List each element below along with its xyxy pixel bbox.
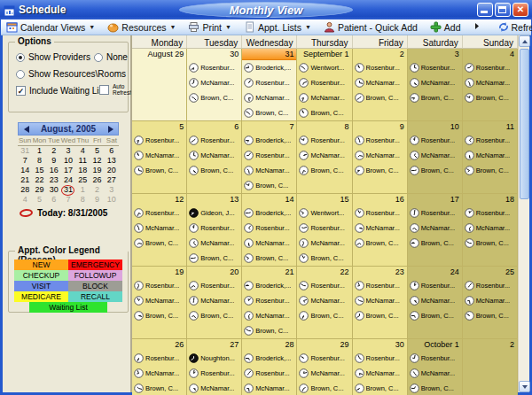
appointment-item[interactable]: McNamar...: [187, 236, 241, 251]
appointment-item[interactable]: McNamar...: [353, 221, 407, 236]
appointment-item[interactable]: Rosenbur...: [132, 351, 186, 366]
appointment-item[interactable]: Rosenbur...: [242, 293, 296, 308]
appointment-item[interactable]: Brown, C...: [187, 308, 241, 323]
appointment-item[interactable]: Broderick,...: [242, 278, 296, 293]
scroll-up-button[interactable]: [519, 35, 530, 47]
mini-day[interactable]: 1: [75, 185, 90, 195]
mini-day[interactable]: 5: [90, 146, 104, 156]
mini-day[interactable]: 9: [90, 195, 104, 205]
appointment-item[interactable]: Brown, C...: [132, 236, 186, 251]
appointment-item[interactable]: Rosenbur...: [132, 278, 186, 293]
appointment-item[interactable]: McNamar...: [242, 381, 296, 395]
mini-day[interactable]: 20: [105, 166, 119, 175]
appointment-item[interactable]: McNamar...: [297, 293, 351, 308]
radio-none[interactable]: None: [94, 52, 128, 62]
checkbox-include-waiting-list[interactable]: ✓ Include Waiting List: [16, 86, 106, 96]
appointment-item[interactable]: McNamar...: [353, 293, 407, 308]
day-cell-30[interactable]: 30Rosenbur...McNamar...Brown, C...: [187, 49, 242, 121]
appointment-item[interactable]: Rosenbur...: [242, 75, 296, 90]
mini-day[interactable]: 2: [47, 146, 61, 156]
appointment-item[interactable]: Broderick,...: [242, 133, 296, 148]
appointment-item[interactable]: Brown, C...: [353, 308, 407, 323]
appointment-item[interactable]: Rosenbur...: [408, 351, 462, 366]
day-cell-21[interactable]: 21Broderick,...Rosenbur...McNamar...Brow…: [242, 267, 297, 339]
scroll-down-button[interactable]: [519, 381, 530, 392]
appointment-item[interactable]: Rosenbur...: [297, 133, 351, 148]
mini-day[interactable]: 6: [105, 146, 119, 156]
appointment-item[interactable]: Rosenbur...: [408, 278, 462, 293]
maximize-button[interactable]: [495, 3, 511, 17]
mini-day[interactable]: 15: [32, 166, 46, 175]
appointment-item[interactable]: Rosenbur...: [408, 60, 462, 75]
mini-day[interactable]: 30: [47, 185, 61, 195]
mini-day[interactable]: 8: [32, 156, 46, 166]
appointment-item[interactable]: McNamar...: [297, 236, 351, 251]
appointment-item[interactable]: Rosenbur...: [132, 133, 186, 148]
day-cell-15[interactable]: 15Wentwort...Rosenbur...McNamar...Brown,…: [297, 194, 352, 267]
appointment-item[interactable]: Broderick,...: [242, 351, 296, 366]
day-cell-31[interactable]: 31Broderick,...Rosenbur...McNamar...Brow…: [242, 49, 297, 121]
appointment-item[interactable]: McNamar...: [353, 366, 407, 381]
day-cell-9[interactable]: 9Rosenbur...McNamar...Brown, C...: [353, 121, 408, 194]
appointment-item[interactable]: Wentwort...: [297, 60, 351, 75]
appointment-item[interactable]: McNamar...: [463, 75, 517, 90]
mini-day[interactable]: 28: [18, 185, 32, 195]
day-cell-12[interactable]: 12Rosenbur...McNamar...Brown, C...: [132, 194, 187, 267]
mini-day[interactable]: 19: [90, 166, 104, 175]
appointment-item[interactable]: McNamar...: [297, 90, 351, 105]
day-cell-29[interactable]: 29Rosenbur...McNamar...Brown, C...: [297, 339, 352, 395]
appointment-item[interactable]: Rosenbur...: [297, 278, 351, 293]
appointment-item[interactable]: Brown, C...: [408, 163, 462, 178]
mini-day[interactable]: 22: [32, 175, 46, 185]
appointment-item[interactable]: Brown, C...: [297, 308, 351, 323]
appointment-item[interactable]: Rosenbur...: [353, 133, 407, 148]
appointment-item[interactable]: McNamar...: [463, 293, 517, 308]
appointment-item[interactable]: Brown, C...: [132, 308, 186, 323]
appointment-item[interactable]: Rosenbur...: [132, 205, 186, 221]
appointment-item[interactable]: Rosenbur...: [353, 205, 407, 221]
day-cell-2[interactable]: 2: [463, 339, 518, 395]
mini-day[interactable]: 11: [75, 156, 90, 166]
mini-day[interactable]: 9: [47, 156, 61, 166]
vertical-scrollbar[interactable]: [518, 35, 529, 392]
appointment-item[interactable]: McNamar...: [408, 221, 462, 236]
mini-day[interactable]: 17: [61, 166, 75, 175]
day-cell-7[interactable]: 7Broderick,...Rosenbur...McNamar...Brown…: [242, 121, 297, 194]
mini-day[interactable]: 7: [61, 195, 75, 205]
mini-day-today[interactable]: 31: [61, 185, 75, 195]
appointment-item[interactable]: Rosenbur...: [187, 221, 241, 236]
mini-day[interactable]: 3: [61, 146, 75, 156]
day-cell-28[interactable]: 28Broderick,...Rosenbur...McNamar...Brow…: [242, 339, 297, 395]
appointment-item[interactable]: McNamar...: [408, 148, 462, 163]
appointment-item[interactable]: Broderick,...: [242, 205, 296, 221]
mini-day[interactable]: 7: [18, 156, 32, 166]
mini-day[interactable]: 4: [75, 146, 90, 156]
appointment-item[interactable]: McNamar...: [408, 366, 462, 381]
appointment-item[interactable]: Rosenbur...: [187, 60, 241, 75]
today-shortcut[interactable]: Today: 8/31/2005: [18, 208, 119, 218]
mini-day[interactable]: 5: [32, 195, 46, 205]
appointment-item[interactable]: Brown, C...: [353, 163, 407, 178]
appointment-item[interactable]: Brown, C...: [408, 381, 462, 395]
day-cell-14[interactable]: 14Broderick,...Rosenbur...McNamar...Brow…: [242, 194, 297, 267]
appointment-item[interactable]: Rosenbur...: [408, 205, 462, 221]
day-cell-25[interactable]: 25Rosenbur...McNamar...Brown, C...: [463, 267, 518, 339]
day-cell-23[interactable]: 23Rosenbur...McNamar...Brown, C...: [353, 267, 408, 339]
appointment-item[interactable]: Brown, C...: [463, 236, 517, 251]
appointment-item[interactable]: Wentwort...: [297, 205, 351, 221]
appointment-item[interactable]: Brown, C...: [353, 236, 407, 251]
appointment-item[interactable]: McNamar...: [187, 381, 241, 395]
mini-day[interactable]: 1: [32, 146, 46, 156]
appointment-item[interactable]: Brown, C...: [132, 163, 186, 178]
appointment-item[interactable]: McNamar...: [297, 148, 351, 163]
radio-show-providers[interactable]: Show Providers: [16, 52, 90, 62]
mini-day[interactable]: 16: [47, 166, 61, 175]
mini-day[interactable]: 14: [18, 166, 32, 175]
minimize-button[interactable]: [477, 3, 493, 17]
appointment-item[interactable]: McNamar...: [242, 236, 296, 251]
mini-day[interactable]: 2: [90, 185, 104, 195]
appointment-item[interactable]: Rosenbur...: [353, 60, 407, 75]
next-month-button[interactable]: [105, 124, 116, 134]
toolbar-button-patient-quick-add[interactable]: Patient - Quick Add: [318, 20, 423, 35]
toolbar-button-resources[interactable]: Resources▼: [102, 20, 181, 35]
